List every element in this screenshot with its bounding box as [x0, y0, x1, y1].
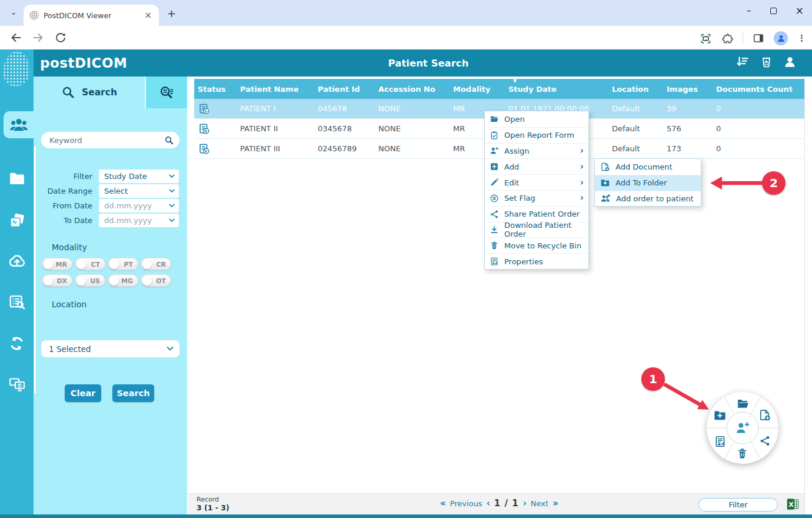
date-range-select[interactable]: Select: [99, 184, 179, 198]
people-plus-icon: [600, 193, 611, 204]
radial-delete-icon[interactable]: [739, 449, 746, 458]
forward-icon[interactable]: [32, 31, 45, 44]
filter-select[interactable]: Study Date: [99, 170, 179, 183]
window-controls: – ×: [747, 6, 804, 15]
col-documents-count[interactable]: Documents Count: [713, 79, 804, 99]
previous-button[interactable]: Previous: [450, 499, 482, 508]
chevron-down-icon: [168, 172, 176, 180]
cell-location: Default: [608, 99, 663, 118]
menu-item-edit[interactable]: Edit›: [485, 174, 588, 190]
sidebar-item-sync[interactable]: [0, 330, 34, 357]
modality-toggle-ot[interactable]: OT: [141, 274, 171, 287]
tab-search[interactable]: Search: [34, 77, 145, 108]
sidebar-item-patients[interactable]: [4, 111, 34, 138]
submenu-chevron-icon: ›: [580, 147, 584, 155]
chevron-down-icon: [168, 216, 176, 224]
modality-toggle-pt[interactable]: PT: [108, 258, 138, 270]
trash-icon: [490, 241, 499, 250]
menu-item-share-patient-order[interactable]: Share Patient Order: [485, 206, 588, 222]
menu-item-assign[interactable]: Assign›: [485, 143, 588, 159]
browser-menu-kebab-icon[interactable]: ⋮: [797, 33, 806, 44]
col-location[interactable]: Location: [608, 79, 663, 99]
radial-quick-menu[interactable]: [707, 392, 778, 464]
next-page-icon[interactable]: ›: [523, 498, 527, 509]
radial-open-icon[interactable]: [737, 400, 748, 408]
location-select[interactable]: 1 Selected: [41, 340, 179, 357]
menu-item-open-report-form[interactable]: Open Report Form: [485, 127, 588, 143]
toolbar-divider: [743, 33, 743, 44]
modality-toggle-us[interactable]: US: [75, 274, 105, 287]
postdicom-logo: postDICOM: [40, 55, 127, 71]
modality-toggle-mr[interactable]: MR: [42, 258, 72, 270]
col-study-date[interactable]: ▼Study Date: [505, 79, 608, 99]
menu-item-properties[interactable]: Properties: [485, 253, 588, 269]
menu-item-open[interactable]: Open: [485, 111, 588, 127]
tab-close-icon[interactable]: ×: [143, 11, 153, 20]
flag-circle-icon: [490, 194, 499, 203]
table-filter-input[interactable]: [698, 498, 778, 512]
sidebar-item-upload[interactable]: [0, 247, 34, 274]
chevron-down-icon: [165, 344, 175, 353]
recycle-bin-icon[interactable]: [760, 55, 773, 69]
folder-icon: [8, 170, 26, 187]
col-modality[interactable]: Modality: [450, 79, 505, 99]
sidebar-item-remote-viewers[interactable]: [0, 371, 34, 398]
keyword-search-icon[interactable]: [164, 135, 174, 145]
clear-button[interactable]: Clear: [65, 384, 101, 402]
browser-tab[interactable]: PostDICOM Viewer ×: [24, 5, 159, 26]
submenu-chevron-icon: ›: [580, 194, 584, 202]
reload-icon[interactable]: [54, 31, 67, 44]
submenu-item-add-order-to-patient[interactable]: Add order to patient: [595, 191, 701, 207]
menu-item-add[interactable]: Add›: [485, 158, 588, 174]
postdicom-favicon: [29, 11, 39, 20]
to-date-select[interactable]: dd.mm.yyyy: [99, 214, 179, 227]
radial-add-to-folder-icon[interactable]: [714, 411, 725, 420]
sidebar-item-order-list[interactable]: [0, 288, 34, 316]
maximize-button[interactable]: [770, 8, 777, 14]
menu-item-set-flag[interactable]: Set Flag›: [485, 190, 588, 206]
chevron-down-icon: [168, 201, 176, 210]
sidebar-item-folders[interactable]: [0, 165, 34, 192]
sidebar-item-images[interactable]: [0, 207, 34, 234]
menu-item-download-patient-order[interactable]: Download Patient Order: [485, 222, 588, 238]
back-icon[interactable]: [9, 31, 22, 44]
cell-accession: NONE: [375, 139, 450, 158]
new-tab-button[interactable]: +: [167, 7, 176, 19]
extensions-puzzle-icon[interactable]: [721, 32, 733, 44]
prev-page-icon[interactable]: ‹: [487, 498, 490, 509]
dual-monitors-icon: [8, 376, 26, 393]
cell-location: Default: [608, 119, 663, 138]
side-panel-icon[interactable]: [753, 32, 764, 44]
export-excel-icon[interactable]: [786, 497, 800, 511]
radial-add-document-icon[interactable]: [761, 410, 770, 420]
account-icon[interactable]: [783, 55, 797, 69]
tab-search-chevron-icon[interactable]: ⌄: [6, 6, 21, 20]
modality-toggle-mg[interactable]: MG: [108, 274, 138, 287]
next-button[interactable]: Next: [531, 499, 548, 508]
last-page-icon[interactable]: »: [553, 498, 558, 509]
modality-toggle-ct[interactable]: CT: [75, 258, 105, 270]
menu-item-move-to-recycle-bin[interactable]: Move to Recycle Bin: [485, 237, 588, 253]
col-patient-name[interactable]: Patient Name: [237, 79, 314, 99]
browser-profile-avatar[interactable]: [774, 31, 788, 45]
col-accession-no[interactable]: Accession No: [375, 79, 450, 99]
from-date-select[interactable]: dd.mm.yyyy: [99, 199, 179, 212]
tab-advanced-search[interactable]: [145, 77, 187, 108]
radial-properties-icon[interactable]: [716, 437, 724, 447]
submenu-item-add-to-folder[interactable]: Add To Folder: [595, 175, 701, 191]
screenshot-extension-icon[interactable]: [700, 32, 712, 45]
radial-share-icon[interactable]: [761, 436, 770, 446]
col-status[interactable]: Status: [194, 79, 237, 99]
window-close-button[interactable]: ×: [796, 6, 804, 15]
sort-list-icon[interactable]: [736, 55, 750, 69]
minimize-button[interactable]: –: [747, 6, 751, 15]
keyword-input[interactable]: [41, 132, 179, 148]
submenu-item-add-document[interactable]: Add Document: [595, 159, 701, 175]
modality-toggle-cr[interactable]: CR: [141, 258, 171, 270]
col-images[interactable]: Images: [663, 79, 713, 99]
col-patient-id[interactable]: Patient Id: [314, 79, 375, 99]
cell-patient-name: PATIENT III: [237, 139, 314, 158]
modality-toggle-dx[interactable]: DX: [42, 274, 72, 287]
first-page-icon[interactable]: «: [440, 498, 446, 509]
search-button[interactable]: Search: [112, 384, 154, 402]
